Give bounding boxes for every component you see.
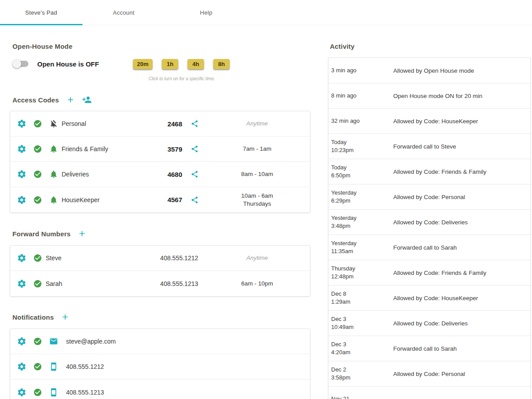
activity-row: Dec 3 4:20am Forwarded call to Sarah [329, 336, 530, 361]
enabled-check-icon[interactable] [30, 388, 46, 397]
activity-row: Yesterday 6:29pm Allowed by Code: Person… [329, 184, 530, 210]
settings-gear-icon[interactable] [14, 253, 30, 263]
access-code-row: HouseKeeper 4567 10am - 6am Thursdays [10, 187, 310, 212]
activity-description: Allowed by Code: Friends & Family [393, 270, 530, 276]
activity-description: Allowed by Code: Personal [393, 371, 530, 377]
settings-gear-icon[interactable] [14, 144, 30, 154]
bell-slot[interactable] [46, 170, 62, 179]
add-guest-code-icon[interactable] [82, 95, 92, 105]
app-page: Steve's Pad Account Help Open-House Mode… [0, 0, 532, 399]
activity-row: Dec 2 3:58pm Allowed by Code: Personal [329, 361, 530, 387]
activity-time: Today 6:50pm [331, 164, 393, 180]
schedule-line1: 7am - 1am [204, 145, 310, 153]
share-icon[interactable] [185, 196, 204, 204]
notifications-title: Notifications [12, 313, 54, 321]
settings-gear-icon[interactable] [14, 362, 30, 372]
activity-time: Nov 21 [331, 395, 393, 399]
activity-description: Allowed by Code: Personal [393, 194, 530, 200]
activity-description: Forwarded call to Sarah [393, 345, 530, 352]
enabled-check-icon[interactable] [30, 337, 46, 346]
share-icon[interactable] [185, 120, 204, 128]
notification-destination: steve@apple.com [62, 338, 310, 345]
activity-time-line2: 12:48pm [331, 273, 393, 281]
activity-row: Nov 21 [329, 387, 530, 399]
share-icon[interactable] [185, 170, 204, 178]
enabled-check-icon[interactable] [30, 254, 46, 262]
duration-buttons: 20m 1h 4h 8h [133, 59, 230, 69]
open-house-toggle[interactable] [12, 59, 29, 69]
activity-row: 8 min ago Open House mode ON for 20 min [329, 83, 530, 109]
schedule-line1: Anytime [204, 254, 310, 262]
settings-gear-icon[interactable] [14, 169, 30, 179]
access-code-value: 2468 [145, 120, 185, 128]
open-house-toggle-row: Open House is OFF [12, 58, 99, 70]
tab-steves-pad[interactable]: Steve's Pad [0, 0, 82, 25]
activity-title: Activity [330, 43, 355, 50]
bell-on-icon [49, 145, 58, 153]
forward-number-row: Sarah 408.555.1213 6am - 10pm [10, 271, 310, 296]
activity-time-line2: 1:29am [331, 298, 393, 306]
enabled-check-icon[interactable] [30, 170, 46, 179]
open-house-heading: Open-House Mode [12, 43, 73, 50]
activity-row: Thursday 12:48pm Allowed by Code: Friend… [329, 260, 530, 286]
duration-8h-button[interactable]: 8h [213, 59, 230, 69]
forward-numbers-title: Forward Numbers [12, 230, 70, 238]
activity-row: Today 10:23pm Forwarded call to Steve [329, 134, 530, 159]
activity-time-line1: 32 min ago [331, 117, 393, 125]
enabled-check-icon[interactable] [30, 279, 46, 288]
activity-time-line1: 3 min ago [331, 66, 393, 74]
duration-4h-button[interactable]: 4h [188, 59, 204, 69]
activity-time-line1: Thursday [331, 265, 393, 273]
enabled-check-icon[interactable] [30, 362, 46, 371]
notification-type-slot [46, 362, 62, 371]
add-access-code-icon[interactable] [66, 95, 75, 104]
add-forward-number-icon[interactable] [78, 229, 86, 238]
notification-type-slot [46, 388, 62, 397]
duration-1h-button[interactable]: 1h [162, 59, 178, 69]
schedule-line1: 10am - 6am [204, 192, 310, 200]
tab-account[interactable]: Account [82, 0, 165, 25]
activity-row: Dec 8 1:29am Allowed by Code: HouseKeepe… [329, 286, 530, 311]
activity-description: Allowed by Code: Deliveries [393, 219, 530, 226]
settings-gear-icon[interactable] [14, 195, 30, 205]
settings-gear-icon[interactable] [14, 279, 30, 289]
access-code-schedule: 10am - 6am Thursdays [204, 192, 310, 208]
schedule-line2: Thursdays [204, 200, 310, 208]
open-house-status-label: Open House is OFF [37, 60, 99, 68]
enabled-check-icon[interactable] [30, 196, 46, 204]
activity-time-line1: Yesterday [331, 189, 393, 197]
enabled-check-icon[interactable] [30, 145, 46, 153]
activity-time-line1: Yesterday [331, 239, 393, 247]
duration-20m-button[interactable]: 20m [133, 59, 153, 69]
access-code-name: Friends & Family [62, 145, 145, 153]
email-icon [49, 337, 58, 346]
activity-time-line2: 6:50pm [331, 172, 393, 180]
access-code-name: Personal [62, 120, 145, 127]
settings-gear-icon[interactable] [14, 387, 30, 397]
bell-slot[interactable] [46, 119, 62, 128]
activity-row: Yesterday 3:48pm Allowed by Code: Delive… [329, 210, 530, 235]
enabled-check-icon[interactable] [30, 119, 46, 128]
forward-numbers-heading: Forward Numbers [12, 229, 86, 238]
schedule-line1: 6am - 10pm [204, 280, 310, 288]
access-code-value: 4567 [145, 196, 185, 203]
activity-description: Allowed by Code: Deliveries [393, 320, 530, 327]
settings-gear-icon[interactable] [14, 119, 30, 129]
activity-row: 3 min ago Allowed by Open House mode [329, 58, 530, 83]
settings-gear-icon[interactable] [14, 336, 30, 346]
access-code-row: Friends & Family 3579 7am - 1am [10, 137, 310, 162]
bell-off-icon [49, 119, 58, 128]
activity-row: Dec 3 10:49am Allowed by Code: Deliverie… [329, 311, 530, 336]
bell-slot[interactable] [46, 145, 62, 153]
access-codes-heading: Access Codes [12, 95, 92, 105]
activity-row: Yesterday 11:35am Forwarded call to Sara… [329, 235, 530, 260]
toggle-knob [12, 59, 21, 68]
activity-time: 8 min ago [331, 92, 393, 100]
notification-type-slot [46, 337, 62, 346]
share-icon[interactable] [185, 145, 204, 153]
activity-time-line1: Today [331, 138, 393, 146]
activity-list: 3 min ago Allowed by Open House mode 8 m… [328, 58, 531, 399]
add-notification-icon[interactable] [61, 313, 70, 321]
tab-help[interactable]: Help [165, 0, 247, 25]
bell-slot[interactable] [46, 196, 62, 204]
